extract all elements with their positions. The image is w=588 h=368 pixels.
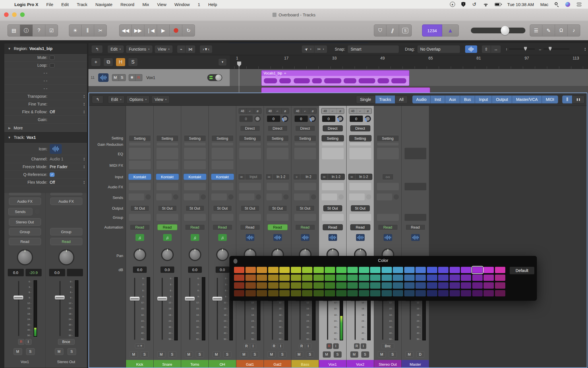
channel-strip-vox2[interactable]: 48⌐ø0DirectSetting○○In 1-2St OutRead0.00… bbox=[347, 106, 374, 368]
smart-controls-button[interactable]: ☀ bbox=[69, 24, 82, 37]
filter-output[interactable]: Output bbox=[492, 95, 512, 103]
color-swatch[interactable] bbox=[370, 290, 380, 296]
automation-mode-button[interactable]: Read bbox=[405, 224, 425, 230]
go-to-beginning-button[interactable]: ❘◀ bbox=[144, 24, 157, 37]
menu-item-track[interactable]: Track bbox=[77, 2, 87, 7]
peak-value[interactable]: -20.9 bbox=[26, 269, 42, 276]
color-swatch[interactable] bbox=[336, 267, 347, 273]
channel-fader[interactable]: 0 -3 -6 -9 -12 -15 -18 -24 -30 -40 -50 - bbox=[48, 280, 84, 337]
automation-mode-button[interactable]: Read bbox=[212, 224, 233, 230]
menu-item-edit[interactable]: Edit bbox=[61, 2, 69, 7]
waveform-zoom-button[interactable] bbox=[465, 45, 477, 53]
input-conditioning-buttons[interactable]: 48⌐ø bbox=[239, 108, 262, 114]
solo-button[interactable]: S bbox=[141, 351, 149, 358]
menu-item-1[interactable]: 1 bbox=[198, 2, 200, 7]
menu-item-view[interactable]: View bbox=[157, 2, 166, 7]
volume-value[interactable]: 0.0 bbox=[160, 267, 174, 273]
input-slot[interactable]: ○○In 1-2 bbox=[348, 174, 372, 180]
input-gain-knob[interactable] bbox=[254, 116, 261, 122]
color-swatch[interactable] bbox=[461, 282, 471, 289]
filter-midi[interactable]: MIDI bbox=[542, 95, 558, 103]
track-solo-button[interactable]: S bbox=[119, 74, 126, 81]
output-button[interactable]: St Out bbox=[268, 205, 287, 211]
group-slot[interactable] bbox=[294, 214, 316, 221]
color-swatch[interactable] bbox=[438, 275, 448, 281]
group-slot[interactable] bbox=[184, 214, 206, 221]
tuner-button[interactable]: ∥ bbox=[386, 24, 399, 37]
input-gain-knob[interactable] bbox=[310, 116, 316, 122]
color-swatch[interactable] bbox=[495, 275, 505, 281]
audio-fx-slot[interactable] bbox=[294, 183, 316, 190]
color-swatch[interactable] bbox=[427, 267, 437, 273]
disclosure-triangle-icon[interactable]: ▼ bbox=[8, 136, 11, 139]
color-swatch[interactable] bbox=[393, 290, 403, 296]
editors-button[interactable]: ✂ bbox=[94, 24, 107, 37]
app-menu[interactable]: Logic Pro X bbox=[14, 2, 38, 7]
horizontal-auto-zoom-button[interactable]: ↔ bbox=[491, 45, 501, 53]
volume-slider-thumb[interactable] bbox=[501, 26, 509, 35]
pan-knob[interactable] bbox=[189, 248, 201, 261]
eq-slot[interactable] bbox=[322, 148, 344, 159]
input-conditioning-buttons[interactable]: 48⌐ø bbox=[294, 108, 317, 114]
input-gain-value[interactable]: 0 bbox=[267, 116, 280, 122]
solo-button[interactable]: S bbox=[278, 351, 287, 358]
add-track-button[interactable]: + bbox=[91, 58, 101, 66]
color-swatch[interactable] bbox=[314, 282, 324, 289]
region-checkbox[interactable] bbox=[50, 63, 55, 68]
automation-mode-button[interactable]: Read bbox=[157, 224, 177, 230]
output-button[interactable]: St Out bbox=[241, 205, 260, 211]
record-enable-button[interactable]: R bbox=[244, 343, 249, 349]
audio-fx-slot[interactable] bbox=[156, 183, 178, 190]
color-swatch[interactable] bbox=[325, 290, 335, 296]
channel-name[interactable]: Vox1 bbox=[319, 360, 346, 368]
color-swatch[interactable] bbox=[450, 267, 460, 273]
color-swatch[interactable] bbox=[393, 267, 403, 273]
input-gain-value[interactable]: 0 bbox=[350, 116, 363, 122]
color-swatch[interactable] bbox=[257, 275, 267, 281]
group-slot[interactable] bbox=[156, 214, 178, 221]
filter-bus[interactable]: Bus bbox=[460, 95, 475, 103]
track-sort-dropdown[interactable]: ▾ bbox=[218, 58, 227, 66]
mute-button[interactable]: M bbox=[212, 351, 220, 358]
color-swatch[interactable] bbox=[302, 275, 312, 281]
audio-fx-slot[interactable] bbox=[377, 183, 399, 190]
output-button[interactable]: St Out bbox=[213, 205, 232, 211]
automation-mode-button[interactable]: Read bbox=[130, 224, 150, 230]
inspector-button[interactable]: ⓘ bbox=[20, 24, 33, 37]
track-stepper[interactable]: ▴▾ bbox=[84, 165, 85, 169]
color-swatch[interactable] bbox=[483, 275, 494, 281]
color-swatch[interactable] bbox=[393, 282, 403, 289]
input-monitor-button[interactable]: I bbox=[25, 339, 32, 345]
channel-name[interactable]: Kick bbox=[126, 360, 153, 368]
color-swatch[interactable] bbox=[415, 282, 426, 289]
input-slot[interactable]: ○○In 1-2 bbox=[266, 174, 290, 180]
volume-value[interactable]: 0.0 bbox=[133, 267, 147, 273]
color-swatch[interactable] bbox=[336, 290, 347, 296]
setting-button[interactable]: Setting bbox=[129, 135, 151, 141]
automation-mode-button[interactable]: Read bbox=[378, 224, 398, 230]
list-editors-button[interactable]: ☰ bbox=[530, 24, 542, 37]
record-enable-button[interactable]: R bbox=[299, 343, 305, 349]
sends-slot[interactable] bbox=[129, 193, 151, 200]
color-swatch[interactable] bbox=[347, 267, 358, 273]
color-swatch[interactable] bbox=[427, 290, 437, 296]
automation-mode-button[interactable]: Read bbox=[268, 224, 288, 230]
browsers-button[interactable]: ♪ bbox=[568, 24, 580, 37]
zoom-links-button[interactable]: − + bbox=[135, 343, 145, 348]
region-stepper[interactable]: ▴▾ bbox=[84, 110, 85, 114]
send-knob[interactable] bbox=[311, 194, 316, 200]
color-swatch[interactable] bbox=[483, 290, 494, 296]
direct-monitoring-button[interactable]: Direct bbox=[268, 125, 288, 131]
direct-monitoring-button[interactable]: Direct bbox=[295, 125, 315, 131]
color-swatch[interactable] bbox=[461, 290, 471, 296]
color-swatch[interactable] bbox=[382, 282, 392, 289]
eq-slot[interactable] bbox=[184, 148, 206, 159]
fader-cap[interactable] bbox=[212, 297, 222, 301]
track-checkbox[interactable]: ✓ bbox=[50, 172, 55, 177]
channel-view-narrow-button[interactable]: ⫼ bbox=[562, 95, 572, 103]
pan-knob[interactable] bbox=[58, 249, 74, 265]
color-swatch[interactable] bbox=[450, 275, 460, 281]
solo-button[interactable]: S bbox=[196, 351, 204, 358]
track-mute-button[interactable]: M bbox=[112, 74, 119, 81]
menu-user[interactable]: Mac bbox=[540, 2, 548, 7]
